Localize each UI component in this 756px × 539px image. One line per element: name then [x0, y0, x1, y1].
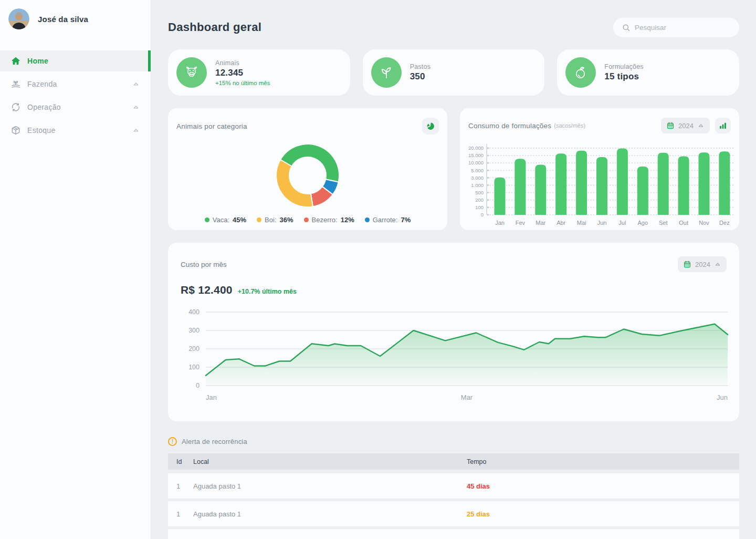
legend-label: Bezerro:	[312, 216, 338, 224]
svg-text:Jan: Jan	[206, 393, 217, 401]
sidebar-item-label: Estoque	[27, 126, 132, 134]
svg-text:15.000: 15.000	[468, 152, 484, 158]
bar-jul	[617, 149, 628, 215]
legend-dot	[205, 217, 209, 222]
table-row: 1Aguada pasto 145 dias	[168, 473, 739, 499]
year-select[interactable]: 2024	[661, 118, 710, 133]
table-row: 1Aguada pasto 125 dias	[168, 501, 739, 526]
bar-jun	[596, 157, 607, 215]
svg-text:Jan: Jan	[495, 220, 505, 226]
stat-card-animais: Animais12.345+15% no último mês	[168, 49, 350, 96]
cost-delta: +10.7% último mês	[238, 288, 297, 295]
year-select[interactable]: 2024	[678, 256, 727, 272]
legend-item-bezerro: Bezerro:12%	[304, 216, 354, 224]
legend-label: Vaca:	[213, 216, 229, 224]
calendar-icon	[666, 121, 675, 130]
legend-value: 36%	[280, 216, 293, 224]
svg-text:0: 0	[481, 212, 484, 217]
legend-value: 45%	[233, 216, 246, 224]
stat-delta: +15% no último mês	[215, 80, 270, 86]
legend-item-boi: Boi:36%	[257, 216, 293, 224]
chevron-up-icon	[132, 126, 140, 134]
svg-text:Mar: Mar	[461, 393, 473, 401]
alerts-title: Alerta de recorrência	[182, 438, 247, 445]
chevron-up-icon	[697, 122, 705, 129]
sprout-icon	[371, 57, 402, 88]
calendar-icon	[683, 260, 691, 268]
search-bar[interactable]	[613, 18, 739, 37]
recurrence-alerts: ! Alerta de recorrência IdLocalTempo 1Ag…	[168, 437, 739, 539]
user-profile[interactable]: José da silva	[0, 0, 151, 38]
bar-jan	[495, 178, 506, 215]
alerts-table-header: IdLocalTempo	[168, 453, 739, 470]
svg-text:20.000: 20.000	[468, 145, 484, 151]
cell-tempo: 25 dias	[467, 510, 739, 518]
legend-item-vaca: Vaca:45%	[205, 216, 246, 224]
stat-label: Formulações	[604, 63, 643, 70]
sidebar-item-label: Fazenda	[27, 80, 132, 88]
stat-value: 15 tipos	[604, 71, 643, 82]
svg-text:Fev: Fev	[516, 220, 526, 226]
cost-per-month-card: Custo por mês 2024 R$ 12.400 +10.7% últi…	[168, 243, 739, 421]
pie-chart-toggle-button[interactable]	[422, 118, 439, 134]
animals-donut-chart	[268, 136, 348, 215]
cow-icon	[176, 57, 207, 88]
bar-chart-toggle-button[interactable]	[715, 118, 731, 133]
svg-text:10.000: 10.000	[468, 160, 484, 165]
legend-label: Boi:	[265, 216, 276, 224]
bar-abr	[555, 153, 566, 215]
svg-text:Out: Out	[679, 220, 688, 226]
formulations-bar-chart: 01002005001.0003.0005.00010.00015.00020.…	[460, 134, 739, 228]
svg-text:3.000: 3.000	[471, 175, 484, 181]
sidebar-item-home[interactable]: Home	[0, 50, 151, 71]
svg-text:300: 300	[188, 327, 200, 334]
legend-label: Garrote:	[373, 216, 398, 224]
alerts-table: IdLocalTempo 1Aguada pasto 145 dias1Agua…	[168, 453, 739, 539]
operations-icon	[10, 102, 21, 112]
svg-text:Jun: Jun	[597, 220, 607, 226]
svg-text:Ago: Ago	[638, 220, 648, 226]
card-title: Consumo de formulações	[468, 122, 551, 130]
chevron-up-icon	[132, 103, 140, 111]
search-icon	[622, 23, 631, 32]
stat-cards: Animais12.345+15% no último mêsPastos350…	[168, 49, 739, 96]
svg-text:100: 100	[188, 364, 200, 371]
bar-fev	[514, 159, 526, 215]
alert-icon: !	[168, 437, 177, 446]
cell-id: 1	[176, 510, 193, 518]
main-content: Dashboard geral Animais12.345+15% no últ…	[151, 17, 756, 539]
bar-nov	[699, 152, 710, 215]
bar-ago	[637, 167, 648, 215]
legend-value: 7%	[401, 216, 411, 224]
page-title: Dashboard geral	[168, 20, 261, 34]
bar-dez	[719, 151, 730, 215]
alerts-table-body: 1Aguada pasto 145 dias1Aguada pasto 125 …	[168, 473, 739, 539]
legend-dot	[365, 217, 370, 222]
bar-mai	[576, 151, 587, 215]
column-header-tempo: Tempo	[467, 458, 739, 465]
search-input[interactable]	[635, 24, 724, 32]
stat-value: 12.345	[215, 68, 270, 78]
svg-text:200: 200	[188, 345, 200, 353]
fruit-icon	[565, 57, 596, 88]
cell-local: Aguada pasto 1	[193, 482, 467, 490]
svg-text:Jun: Jun	[717, 393, 728, 401]
card-title: Animais por categoria	[176, 122, 247, 130]
legend-dot	[257, 217, 261, 222]
svg-text:500: 500	[475, 190, 484, 195]
year-label: 2024	[678, 122, 694, 130]
cell-id: 1	[176, 482, 193, 490]
legend-item-garrote: Garrote:7%	[365, 216, 411, 224]
svg-text:400: 400	[188, 308, 200, 316]
pie-chart-icon	[426, 121, 435, 131]
svg-text:100: 100	[475, 204, 484, 210]
formulations-consumption-card: Consumo de formulações (sacos/mês) 2024 …	[460, 108, 739, 230]
year-label: 2024	[695, 261, 710, 268]
sidebar-item-estoque[interactable]: Estoque	[0, 120, 151, 141]
topbar: Dashboard geral	[168, 17, 739, 38]
stat-value: 350	[410, 71, 430, 82]
sidebar-item-fazenda[interactable]: Fazenda	[0, 74, 151, 95]
sidebar-item-operacao[interactable]: Operação	[0, 97, 151, 118]
inventory-icon	[10, 125, 21, 136]
card-title: Custo por mês	[181, 256, 227, 268]
